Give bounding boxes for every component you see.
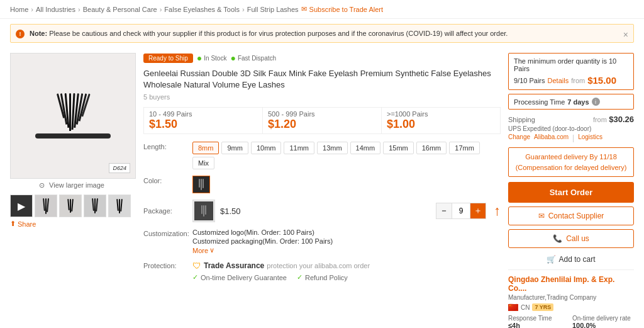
change-shipping-link[interactable]: Change [508,133,530,142]
alibaba-link[interactable]: Alibaba.com [534,133,569,142]
seller-stats: Response Time ≤4h On-time delivery rate … [508,315,634,328]
price-range-3: >=1000 Pairs [387,110,495,118]
quantity-input[interactable] [452,203,470,218]
main-product-image: ♡ [10,53,136,179]
start-order-button[interactable]: Start Order [508,182,634,203]
thumbnail-2[interactable] [59,195,82,217]
close-button[interactable]: × [623,30,628,40]
in-stock-badge: ● In Stock [197,53,227,63]
shipping-label: Shipping [508,116,535,123]
camera-icon: ⊙ [39,181,45,189]
shipping-price-group: from $30.26 [593,115,634,124]
logistics-link[interactable]: Logistics [578,133,602,142]
from-text: from [571,77,585,84]
subscribe-link[interactable]: Subscribe to Trade Alert [309,6,383,13]
check-icon-delivery: ✓ [192,273,198,281]
price-range-2: 500 - 999 Pairs [268,110,376,118]
shipping-row: Shipping from $30.26 [508,115,634,124]
price-amount-1: $1.50 [149,118,257,131]
breadcrumb-beauty[interactable]: Beauty & Personal Care [83,6,157,13]
more-link[interactable]: More ∨ [192,246,214,254]
add-to-cart-button[interactable]: 🛒 Add to cart [508,252,634,267]
seller-type: Manufacturer,Trading Company [508,294,634,301]
length-9mm[interactable]: 9mm [221,142,248,154]
mail-icon: ✉ [538,212,545,220]
product-details-panel: Ready to Ship ● In Stock ● Fast Dispatch… [143,53,501,328]
view-larger-link[interactable]: ⊙ View larger image [10,179,136,192]
length-13mm[interactable]: 13mm [317,142,348,154]
protection-label: Protection: [143,261,187,269]
protection-row: Protection: 🛡 Trade Assurance protection… [143,261,501,281]
length-label: Length: [143,142,187,150]
arrow-up-indicator: ↑ [494,203,501,219]
color-label: Color: [143,176,187,184]
quantity-decrease-button[interactable]: － [436,203,452,218]
quantity-increase-button[interactable]: ＋ [470,203,486,218]
length-mix[interactable]: Mix [192,157,214,169]
thumbnail-4[interactable] [108,195,131,217]
quantity-control: － ＋ [436,203,486,219]
length-options: 8mm 9mm 10mm 11mm 13mm 14mm 15mm 16mm 17… [192,142,501,169]
call-us-button[interactable]: 📞 Call us [508,229,634,248]
seller-info-box: Qingdao Zhenlilai Imp. & Exp. Co.... Man… [508,269,634,328]
shipping-from: from [593,116,607,123]
length-option-row: Length: 8mm 9mm 10mm 11mm 13mm 14mm 15mm… [143,142,501,169]
protection-values: 🛡 Trade Assurance protection your alibab… [192,261,370,281]
length-10mm[interactable]: 10mm [251,142,282,154]
order-qty-info: 9/10 Pairs [514,77,545,84]
guarantee-list: ✓ On-time Delivery Guarantee ✓ Refund Po… [192,273,370,281]
customization-packaging: Customized packaging(Min. Order: 100 Pai… [192,237,333,245]
color-swatch-1[interactable] [192,176,210,193]
country-code: CN [521,304,530,311]
delivery-rate-value: 100.0% [572,322,634,328]
response-time-value: ≤4h [508,322,570,328]
alert-icon: ! [16,30,25,38]
thumbnail-1[interactable] [35,195,57,217]
pricing-table: 10 - 499 Pairs $1.50 500 - 999 Pairs $1.… [143,107,501,134]
country-flag [508,304,518,311]
breadcrumb: Home › All Industries › Beauty & Persona… [0,0,644,19]
thumbnail-3[interactable] [84,195,106,217]
price-range-1: 10 - 499 Pairs [149,110,257,118]
shipping-method: UPS Expedited (door-to-door) [508,125,634,132]
length-15mm[interactable]: 15mm [383,142,414,154]
customization-row: Customization: Customized logo(Min. Orde… [143,229,501,254]
package-label: Package: [143,207,187,215]
price-tier-1: 10 - 499 Pairs $1.50 [144,108,263,134]
share-icon: ⬆ [10,220,16,228]
breadcrumb-full-strip[interactable]: Full Strip Lashes [247,6,299,13]
details-link[interactable]: Details [548,77,569,84]
right-sidebar: The minimum order quantity is 10 Pairs 9… [508,53,634,328]
shipping-links: Change Alibaba.com | Logistics [508,133,634,142]
phone-icon: 📞 [553,234,562,243]
price-amount-3: $1.00 [387,118,495,131]
breadcrumb-false-eyelashes[interactable]: False Eyelashes & Tools [164,6,240,13]
breadcrumb-industries[interactable]: All Industries [36,6,75,13]
thumbnail-video[interactable]: ▶ [10,195,33,217]
length-17mm[interactable]: 17mm [449,142,480,154]
processing-days: 7 days [567,98,589,106]
processing-label: Processing Time [514,98,565,106]
alert-banner: ! Note: Please be cautious and check wit… [10,24,634,43]
share-link[interactable]: ⬆ Share [10,217,136,230]
contact-supplier-button[interactable]: ✉ Contact Supplier [508,206,634,225]
breadcrumb-home[interactable]: Home [10,6,28,13]
response-time-label: Response Time [508,315,570,322]
info-icon[interactable]: i [592,98,600,106]
delivery-rate-stat: On-time delivery rate 100.0% [572,315,634,328]
length-11mm[interactable]: 11mm [284,142,314,154]
price-tier-2: 500 - 999 Pairs $1.20 [263,108,382,134]
fast-dispatch-badge: ● Fast Dispatch [230,53,276,63]
trade-assurance: 🛡 Trade Assurance protection your alibab… [192,261,370,271]
price-tier-3: >=1000 Pairs $1.00 [382,108,501,134]
delivery-text-line2: (Compensation for delayed delivery) [514,162,628,173]
length-8mm[interactable]: 8mm [192,142,219,154]
shield-icon: 🛡 [192,261,201,271]
length-14mm[interactable]: 14mm [350,142,381,154]
seller-name[interactable]: Qingdao Zhenlilai Imp. & Exp. Co.... [508,275,634,293]
length-16mm[interactable]: 16mm [416,142,447,154]
min-order-text: The minimum order quantity is 10 Pairs [514,57,628,72]
processing-time-box: Processing Time 7 days i [508,94,634,110]
main-content: ♡ [0,48,644,328]
color-options [192,176,210,193]
